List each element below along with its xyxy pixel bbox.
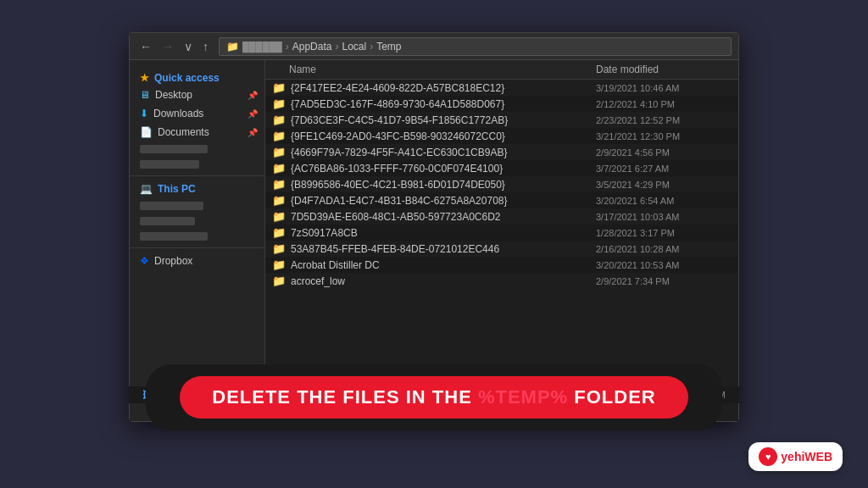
nav-buttons: ← → ∨ ↑ xyxy=(136,38,212,55)
yehiweb-logo: ♥ yehiWEB xyxy=(748,442,843,471)
title-bar: ← → ∨ ↑ 📁 ██████ › AppData › Local › Tem… xyxy=(130,33,738,60)
divider2 xyxy=(130,247,264,248)
recent-button[interactable]: ∨ xyxy=(181,38,196,55)
breadcrumb-blur: ██████ xyxy=(242,42,282,52)
column-headers: Name Date modified xyxy=(265,60,738,80)
sidebar-pc-item3 xyxy=(130,229,264,244)
table-row[interactable]: 📁 {2F417EE2-4E24-4609-822D-A57BC818EC12}… xyxy=(265,80,738,96)
folder-icon: 📁 xyxy=(272,97,286,110)
file-date: 2/23/2021 12:52 PM xyxy=(596,115,732,125)
file-date: 3/20/2021 10:53 AM xyxy=(596,260,732,270)
address-bar[interactable]: 📁 ██████ › AppData › Local › Temp xyxy=(219,37,732,56)
forward-button[interactable]: → xyxy=(159,38,177,55)
folder-icon: 📁 xyxy=(272,81,286,94)
column-date: Date modified xyxy=(596,64,732,75)
file-name: Acrobat Distiller DC xyxy=(291,259,596,271)
table-row[interactable]: 📁 {7AD5ED3C-167F-4869-9730-64A1D588D067}… xyxy=(265,96,738,112)
file-name: {7D63CE3F-C4C5-41D7-9B54-F1856C1772AB} xyxy=(291,114,596,126)
slide-container: ← → ∨ ↑ 📁 ██████ › AppData › Local › Tem… xyxy=(0,0,868,488)
pin-icon: 📌 xyxy=(248,91,258,100)
file-name: {D4F7ADA1-E4C7-4B31-B84C-6275A8A20708} xyxy=(291,195,596,207)
file-date: 3/7/2021 6:27 AM xyxy=(596,164,732,174)
file-date: 1/28/2021 3:17 PM xyxy=(596,228,732,238)
folder-icon: 📁 xyxy=(272,178,286,191)
sidebar-item-desktop[interactable]: 🖥 Desktop 📌 xyxy=(130,86,264,104)
table-row[interactable]: 📁 53A87B45-FFEB-4FEB-84DE-0721012EC446 2… xyxy=(265,241,738,257)
table-row[interactable]: 📁 {9FE1C469-2AD0-43FC-B598-903246072CC0}… xyxy=(265,128,738,144)
file-name: {4669F79A-7829-4F5F-A41C-EC630C1CB9AB} xyxy=(291,147,596,158)
folder-icon: 📁 xyxy=(272,226,286,239)
file-name: {9FE1C469-2AD0-43FC-B598-903246072CC0} xyxy=(291,130,596,142)
sidebar-item-blurred1 xyxy=(130,141,264,157)
file-name: 7zS0917A8CB xyxy=(291,227,596,239)
file-name: 53A87B45-FFEB-4FEB-84DE-0721012EC446 xyxy=(291,243,596,255)
folder-icon: 📁 xyxy=(226,41,239,53)
folder-icon: 📁 xyxy=(272,194,286,207)
file-name: {2F417EE2-4E24-4609-822D-A57BC818EC12} xyxy=(291,82,596,94)
quick-access-section: ★ Quick access xyxy=(130,67,264,86)
logo-heart-icon: ♥ xyxy=(759,447,777,466)
file-name: 7D5D39AE-E608-48C1-AB50-597723A0C6D2 xyxy=(291,211,596,223)
file-date: 3/17/2021 10:03 AM xyxy=(596,212,732,222)
breadcrumb: ██████ › AppData › Local › Temp xyxy=(242,41,402,53)
file-date: 2/9/2021 7:34 PM xyxy=(596,276,732,286)
sidebar-item-documents[interactable]: 📄 Documents 📌 xyxy=(130,123,264,141)
file-name: {AC76BA86-1033-FFFF-7760-0C0F074E4100} xyxy=(291,163,596,175)
file-date: 3/20/2021 6:54 AM xyxy=(596,196,732,206)
sidebar-item-dropbox[interactable]: ❖ Dropbox xyxy=(130,252,264,270)
documents-icon: 📄 xyxy=(140,126,153,138)
logo-brand-colored: WEB xyxy=(804,450,832,463)
up-button[interactable]: ↑ xyxy=(199,38,212,55)
quick-access-label: Quick access xyxy=(154,72,220,84)
folder-icon: 📁 xyxy=(272,114,286,126)
file-date: 2/12/2021 4:10 PM xyxy=(596,99,732,109)
sidebar-pc-item1 xyxy=(130,198,264,214)
table-row[interactable]: 📁 {7D63CE3F-C4C5-41D7-9B54-F1856C1772AB}… xyxy=(265,112,738,128)
table-row[interactable]: 📁 7D5D39AE-E608-48C1-AB50-597723A0C6D2 3… xyxy=(265,208,738,225)
breadcrumb-temp: Temp xyxy=(376,41,401,53)
logo-text: yehiWEB xyxy=(781,450,832,463)
star-icon: ★ xyxy=(140,72,149,84)
column-name: Name xyxy=(272,64,596,75)
explorer-window: ← → ∨ ↑ 📁 ██████ › AppData › Local › Tem… xyxy=(129,32,739,422)
folder-icon: 📁 xyxy=(272,258,286,271)
table-row[interactable]: 📁 Acrobat Distiller DC 3/20/2021 10:53 A… xyxy=(265,257,738,273)
downloads-icon: ⬇ xyxy=(140,108,148,119)
breadcrumb-appdata: AppData xyxy=(292,41,332,53)
desktop-icon: 🖥 xyxy=(140,89,150,101)
folder-icon: 📁 xyxy=(272,162,286,175)
banner-text-after: FOLDER xyxy=(568,386,656,408)
table-row[interactable]: 📁 7zS0917A8CB 1/28/2021 3:17 PM xyxy=(265,225,738,241)
file-date: 3/21/2021 12:30 PM xyxy=(596,131,732,141)
file-date: 2/9/2021 4:56 PM xyxy=(596,147,732,158)
downloads-label: Downloads xyxy=(153,108,203,119)
file-date: 2/16/2021 10:28 AM xyxy=(596,244,732,254)
folder-icon: 📁 xyxy=(272,242,286,255)
banner-highlight: %TEMP% xyxy=(478,386,568,408)
file-name: {B8996586-40EC-4C21-B981-6D01D74DE050} xyxy=(291,179,596,191)
file-name: acrocef_low xyxy=(291,275,596,287)
file-name: {7AD5ED3C-167F-4869-9730-64A1D588D067} xyxy=(291,98,596,110)
banner: DELETE THE FILES IN THE %TEMP% FOLDER xyxy=(146,364,722,430)
documents-label: Documents xyxy=(158,126,209,138)
pc-icon: 💻 xyxy=(140,183,153,195)
sidebar-pc-item2 xyxy=(130,214,264,229)
file-date: 3/5/2021 4:29 PM xyxy=(596,180,732,190)
table-row[interactable]: 📁 {4669F79A-7829-4F5F-A41C-EC630C1CB9AB}… xyxy=(265,144,738,160)
pin-icon-dl: 📌 xyxy=(248,109,258,119)
file-date: 3/19/2021 10:46 AM xyxy=(596,83,732,93)
back-button[interactable]: ← xyxy=(136,38,155,55)
dropbox-label: Dropbox xyxy=(154,255,192,267)
desktop-label: Desktop xyxy=(155,89,192,101)
table-row[interactable]: 📁 {D4F7ADA1-E4C7-4B31-B84C-6275A8A20708}… xyxy=(265,192,738,208)
table-row[interactable]: 📁 acrocef_low 2/9/2021 7:34 PM xyxy=(265,273,738,289)
banner-text-before: DELETE THE FILES IN THE xyxy=(212,386,478,408)
dropbox-icon: ❖ xyxy=(140,255,149,267)
table-row[interactable]: 📁 {B8996586-40EC-4C21-B981-6D01D74DE050}… xyxy=(265,176,738,192)
divider1 xyxy=(130,175,264,176)
banner-text: DELETE THE FILES IN THE %TEMP% FOLDER xyxy=(212,386,656,408)
sidebar-thispc[interactable]: 💻 This PC xyxy=(130,180,264,198)
sidebar-item-downloads[interactable]: ⬇ Downloads 📌 xyxy=(130,104,264,123)
table-row[interactable]: 📁 {AC76BA86-1033-FFFF-7760-0C0F074E4100}… xyxy=(265,160,738,176)
logo-brand: yehi xyxy=(781,450,804,463)
